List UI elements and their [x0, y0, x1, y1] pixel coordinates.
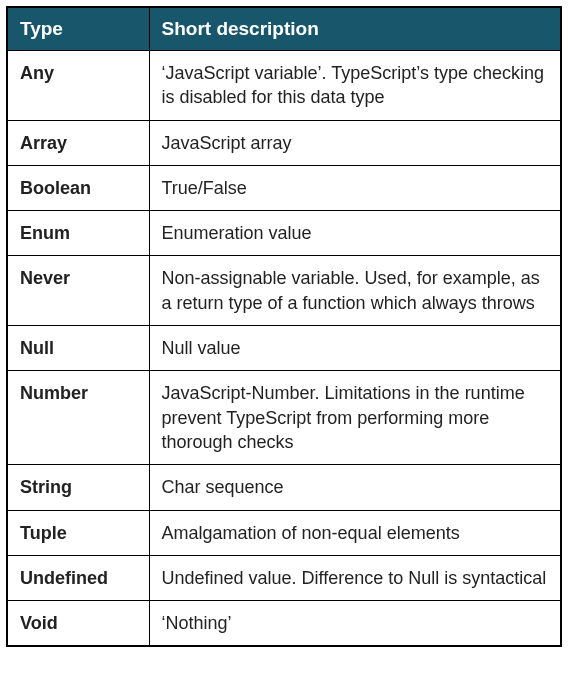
type-description: ‘JavaScript variable’. TypeScript’s type… — [149, 51, 561, 121]
header-description: Short description — [149, 7, 561, 51]
table-row: Void ‘Nothing’ — [7, 601, 561, 647]
table-row: Number JavaScript-Number. Limitations in… — [7, 371, 561, 465]
types-table: Type Short description Any ‘JavaScript v… — [6, 6, 562, 647]
table-row: Tuple Amalgamation of non-equal elements — [7, 510, 561, 555]
type-name: Tuple — [7, 510, 149, 555]
type-name: Any — [7, 51, 149, 121]
table-row: String Char sequence — [7, 465, 561, 510]
type-name: Number — [7, 371, 149, 465]
type-name: Null — [7, 326, 149, 371]
type-name: Undefined — [7, 555, 149, 600]
type-name: String — [7, 465, 149, 510]
type-description: True/False — [149, 165, 561, 210]
type-description: Enumeration value — [149, 211, 561, 256]
type-name: Boolean — [7, 165, 149, 210]
type-name: Never — [7, 256, 149, 326]
table-row: Null Null value — [7, 326, 561, 371]
type-description: ‘Nothing’ — [149, 601, 561, 647]
header-type: Type — [7, 7, 149, 51]
type-description: JavaScript array — [149, 120, 561, 165]
table-row: Any ‘JavaScript variable’. TypeScript’s … — [7, 51, 561, 121]
type-description: Char sequence — [149, 465, 561, 510]
table-row: Undefined Undefined value. Difference to… — [7, 555, 561, 600]
type-name: Enum — [7, 211, 149, 256]
type-description: JavaScript-Number. Limitations in the ru… — [149, 371, 561, 465]
type-description: Null value — [149, 326, 561, 371]
table-row: Boolean True/False — [7, 165, 561, 210]
type-name: Array — [7, 120, 149, 165]
type-description: Non-assignable variable. Used, for examp… — [149, 256, 561, 326]
header-row: Type Short description — [7, 7, 561, 51]
type-name: Void — [7, 601, 149, 647]
type-description: Amalgamation of non-equal elements — [149, 510, 561, 555]
table-row: Enum Enumeration value — [7, 211, 561, 256]
type-description: Undefined value. Difference to Null is s… — [149, 555, 561, 600]
table-row: Array JavaScript array — [7, 120, 561, 165]
table-body: Any ‘JavaScript variable’. TypeScript’s … — [7, 51, 561, 647]
table-row: Never Non-assignable variable. Used, for… — [7, 256, 561, 326]
